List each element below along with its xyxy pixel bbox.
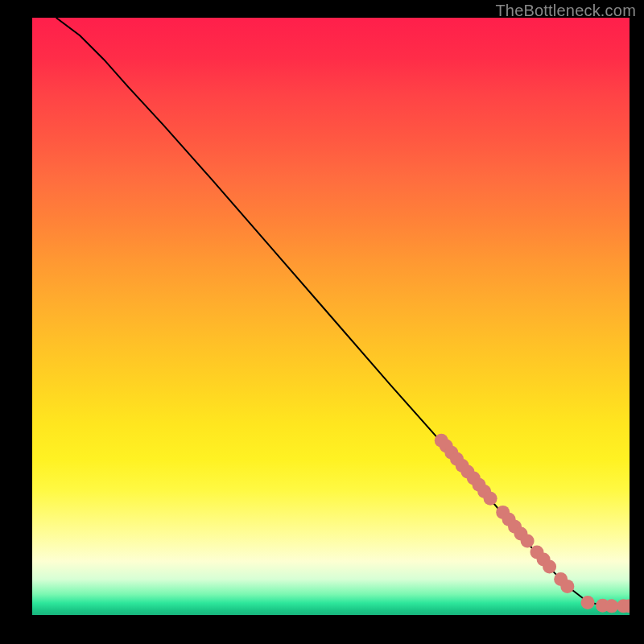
scatter-point (484, 492, 497, 506)
scatter-point (560, 580, 574, 593)
plot-area (32, 18, 630, 615)
chart-svg (32, 18, 630, 615)
curve-line (56, 18, 630, 606)
scatter-point (521, 534, 535, 547)
scatter-point (605, 599, 618, 613)
scatter-point (581, 596, 595, 609)
scatter-markers (435, 434, 630, 613)
chart-stage: TheBottleneck.com (0, 0, 644, 644)
scatter-point (543, 559, 556, 573)
